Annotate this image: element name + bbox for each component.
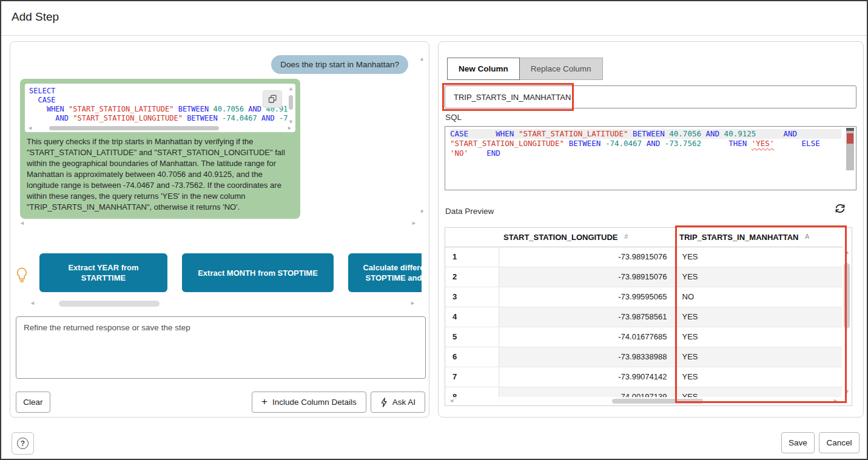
row-number-cell: 2 [445,267,499,287]
suggestions-scrollbar[interactable] [59,301,160,307]
scroll-left-icon[interactable]: ◄ [27,125,33,131]
row-number-cell: 1 [445,247,499,267]
manhattan-cell: YES [675,327,843,347]
sql-editor[interactable]: CASE WHEN "START_STATION_LATITUDE" BETWE… [445,126,856,190]
help-button[interactable]: ? [12,432,34,455]
plus-icon: + [261,396,267,408]
tab-replace-column[interactable]: Replace Column [520,58,603,80]
suggestion-button[interactable]: Extract MONTH from STOPTIME [182,253,334,292]
ai-response-bubble: SELECT CASE WHEN "START_STATION_LATITUDE… [20,79,300,219]
manhattan-cell: YES [675,267,843,287]
scroll-left-icon[interactable]: ◄ [449,398,454,404]
scrollbar-thumb[interactable] [49,126,219,130]
table-row: 4 -73.98758561 YES [445,307,843,327]
table-row: 2 -73.98915076 YES [445,267,843,287]
column-mode-tabs: New Column Replace Column [447,58,603,80]
table-body: 1 -73.98915076 YES 2 -73.98915076 YES 3 … [445,247,843,406]
page-title: Add Step [12,10,59,24]
longitude-cell: -73.98758561 [499,307,675,327]
chat-scroll-down-icon[interactable]: ▼ [419,209,425,215]
longitude-cell: -73.98338988 [499,347,675,367]
table-row: 7 -73.99074142 YES [445,367,843,387]
suggestion-button[interactable]: Extract YEAR from STARTTIME [39,253,167,292]
table-row: 3 -73.99595065 NO [445,287,843,307]
refine-input[interactable] [16,316,426,379]
scrollbar-thumb[interactable] [289,95,293,110]
suggestion-button[interactable]: Calculate differe STOPTIME and [348,253,422,292]
row-number-cell: 3 [445,287,499,307]
longitude-cell: -73.98915076 [499,267,675,287]
scroll-right-icon[interactable]: ► [287,125,292,131]
table-header-row: START_STATION_LONGITUDE # TRIP_STARTS_IN… [445,228,843,247]
refresh-button[interactable] [833,202,847,216]
longitude-cell: -73.99074142 [499,367,675,387]
column-name-input[interactable] [445,85,856,108]
refresh-icon [833,202,847,215]
row-number-header [445,228,499,247]
table-row: 5 -74.01677685 YES [445,327,843,347]
row-number-cell: 5 [445,327,499,347]
scroll-down-icon[interactable]: ▼ [844,389,850,395]
table-row: 6 -73.98338988 YES [445,347,843,367]
ruler-top-marker [846,128,854,131]
code-vertical-scrollbar[interactable]: ▲ ▼ [288,87,294,124]
sql-label: SQL [445,113,462,122]
chat-scroll-up-icon[interactable]: ▲ [419,56,425,62]
longitude-cell: -74.01677685 [499,327,675,347]
suggestion-list: Extract YEAR from STARTTIMEExtract MONTH… [39,253,422,293]
scrollbar-thumb[interactable] [844,263,850,328]
scroll-right-icon[interactable]: ► [833,398,838,404]
sql-expression: CASE WHEN "START_STATION_LATITUDE" BETWE… [450,129,841,158]
data-preview-label: Data Preview [445,207,494,216]
manhattan-cell: YES [675,367,843,387]
numeric-type-icon: # [624,233,628,240]
manhattan-cell: YES [675,347,843,367]
lightning-bolt-icon [380,398,388,407]
table-row: 1 -73.98915076 YES [445,247,843,267]
text-type-icon: A [805,233,809,240]
column-header-longitude[interactable]: START_STATION_LONGITUDE # [499,228,675,247]
editor-annotation-ruler [846,128,854,170]
longitude-cell: -73.98915076 [499,247,675,267]
suggestions-scroll-left-icon[interactable]: ◄ [30,301,35,306]
row-number-cell: 6 [445,347,499,367]
scrollbar-thumb[interactable] [612,399,703,404]
include-column-details-button[interactable]: + Include Column Details [252,392,366,413]
tab-new-column[interactable]: New Column [447,58,520,80]
ai-explanation-text: This query checks if the trip starts in … [25,136,295,214]
copy-icon [268,95,277,104]
column-header-manhattan[interactable]: TRIP_STARTS_IN_MANHATTAN A [675,228,843,247]
error-marker [847,133,853,144]
cancel-button[interactable]: Cancel [819,432,860,453]
sql-code-preview: SELECT CASE WHEN "START_STATION_LATITUDE… [25,84,295,132]
add-step-dialog: Add Step Does the trip start in Manhatta… [0,0,868,460]
scroll-up-icon[interactable]: ▲ [844,250,850,255]
data-preview-table: START_STATION_LONGITUDE # TRIP_STARTS_IN… [445,227,852,406]
column-config-panel: New Column Replace Column SQL CASE WHEN … [438,41,864,418]
manhattan-cell: YES [675,247,843,267]
copy-code-button[interactable] [263,90,282,108]
manhattan-cell: YES [675,307,843,327]
ask-ai-button[interactable]: Ask AI [371,392,425,413]
help-icon: ? [17,438,29,449]
code-horizontal-scrollbar[interactable]: ◄ ► [35,125,284,131]
longitude-cell: -73.99595065 [499,287,675,307]
user-message-bubble: Does the trip start in Manhattan? [271,55,408,74]
row-number-cell: 7 [445,367,499,387]
include-column-details-label: Include Column Details [272,398,357,407]
lightbulb-icon [16,267,28,286]
clear-button[interactable]: Clear [16,392,50,413]
dialog-header: Add Step [1,1,867,36]
manhattan-cell: NO [675,287,843,307]
row-number-cell: 4 [445,307,499,327]
chat-scroll-right-icon[interactable]: ► [411,221,417,226]
chat-scroll-left-icon[interactable]: ◄ [19,221,25,226]
table-horizontal-scrollbar[interactable]: ◄ ► [445,397,842,405]
scroll-down-icon[interactable]: ▼ [288,119,294,125]
table-vertical-scrollbar[interactable]: ▲ ▼ [842,247,852,405]
save-button[interactable]: Save [781,432,815,453]
suggestions-scroll-right-icon[interactable]: ► [410,301,415,306]
ai-chat-panel: Does the trip start in Manhattan? ▲ SELE… [10,41,429,418]
scroll-up-icon[interactable]: ▲ [288,86,294,92]
generated-sql-code: SELECT CASE WHEN "START_STATION_LATITUDE… [29,87,284,123]
